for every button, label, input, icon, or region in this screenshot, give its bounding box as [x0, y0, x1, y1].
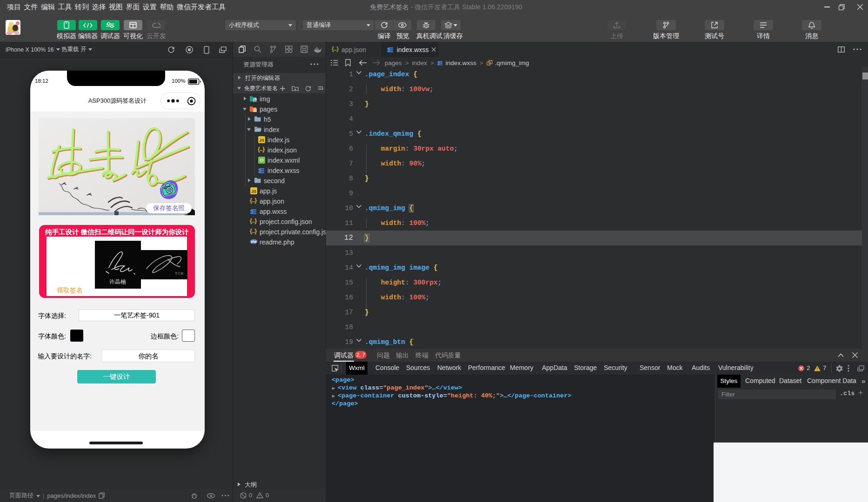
svg-text:php: php — [251, 240, 257, 244]
svg-text:JS: JS — [259, 138, 264, 143]
svg-text:李艺楠: 李艺楠 — [174, 271, 183, 275]
svg-text:JS: JS — [251, 189, 256, 194]
svg-text:许晶楠: 许晶楠 — [109, 278, 126, 285]
